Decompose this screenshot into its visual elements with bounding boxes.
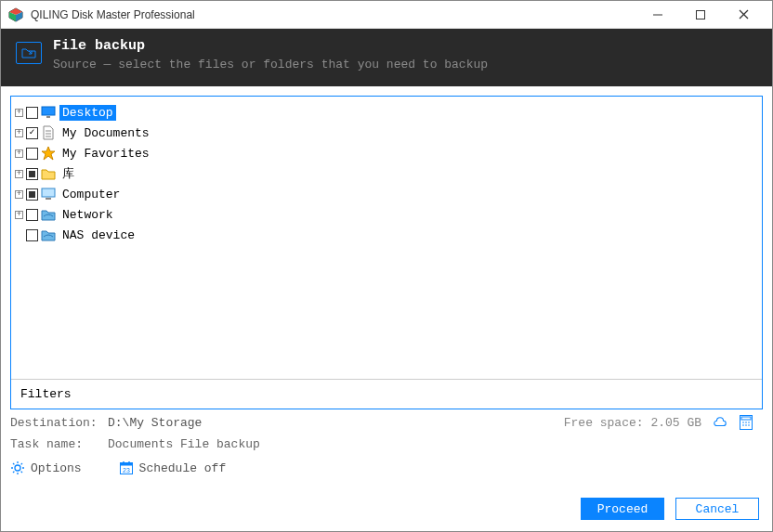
- tree-item-label[interactable]: My Favorites: [59, 146, 152, 162]
- svg-rect-8: [42, 107, 55, 115]
- cloud-destination-icon[interactable]: [713, 415, 727, 430]
- cancel-button[interactable]: Cancel: [675, 498, 759, 520]
- checkbox-partial-icon[interactable]: [26, 168, 38, 180]
- svg-point-18: [742, 422, 744, 423]
- tree-row[interactable]: +Network: [15, 204, 758, 225]
- schedule-label: Schedule off: [139, 461, 227, 475]
- source-tree: +Desktop+✓My Documents+My Favorites+库+Co…: [10, 96, 763, 409]
- net-icon: [41, 207, 56, 222]
- expander-icon[interactable]: +: [15, 170, 23, 178]
- tree-row[interactable]: +My Favorites: [15, 143, 758, 163]
- svg-rect-14: [42, 188, 55, 197]
- tree-area[interactable]: +Desktop+✓My Documents+My Favorites+库+Co…: [11, 97, 762, 379]
- tree-row[interactable]: +✓My Documents: [15, 123, 758, 143]
- checkbox-unchecked-icon[interactable]: [26, 107, 38, 119]
- checkbox-checked-icon[interactable]: ✓: [26, 127, 38, 139]
- net-icon: [41, 227, 56, 242]
- task-name-row: Task name: Documents File backup: [10, 432, 763, 453]
- page-header: File backup Source — select the files or…: [1, 29, 772, 86]
- svg-point-21: [742, 424, 744, 426]
- calculator-icon[interactable]: [739, 415, 753, 430]
- svg-rect-26: [120, 463, 132, 466]
- page-title: File backup: [53, 38, 488, 54]
- minimize-button[interactable]: [636, 1, 679, 29]
- options-row: Options 23 Schedule off: [10, 453, 763, 481]
- cancel-label: Cancel: [696, 502, 740, 516]
- tree-item-label[interactable]: Computer: [59, 187, 123, 202]
- svg-rect-9: [46, 116, 50, 118]
- svg-point-24: [15, 465, 20, 471]
- svg-marker-13: [42, 147, 55, 160]
- app-logo-icon: [8, 7, 23, 22]
- expander-icon[interactable]: +: [15, 129, 23, 137]
- destination-label: Destination:: [10, 416, 108, 430]
- window-controls: [636, 1, 765, 29]
- svg-rect-15: [46, 198, 51, 200]
- options-button[interactable]: Options: [10, 461, 82, 475]
- page-subtitle: Source — select the files or folders tha…: [53, 58, 488, 71]
- svg-rect-5: [697, 10, 705, 19]
- tree-item-label[interactable]: Network: [59, 207, 116, 223]
- expander-icon[interactable]: +: [15, 190, 23, 199]
- title-bar: QILING Disk Master Professional: [1, 1, 772, 29]
- svg-point-20: [748, 422, 750, 423]
- expander-spacer: [15, 231, 23, 240]
- svg-text:23: 23: [123, 467, 130, 474]
- proceed-label: Proceed: [597, 502, 649, 516]
- destination-row: Destination: D:\My Storage Free space: 2…: [10, 409, 763, 432]
- destination-value[interactable]: D:\My Storage: [108, 416, 202, 430]
- tree-item-label[interactable]: 库: [59, 164, 77, 183]
- checkbox-unchecked-icon[interactable]: [26, 209, 38, 221]
- tree-row[interactable]: +库: [15, 163, 758, 184]
- task-name-value[interactable]: Documents File backup: [108, 437, 260, 451]
- options-label: Options: [31, 461, 82, 475]
- checkbox-unchecked-icon[interactable]: [26, 229, 38, 241]
- star-icon: [41, 146, 56, 161]
- tree-row[interactable]: +Desktop: [15, 102, 758, 123]
- svg-point-23: [748, 424, 750, 426]
- filters-label: Filters: [20, 387, 72, 401]
- svg-rect-17: [741, 417, 751, 420]
- svg-point-22: [745, 424, 747, 426]
- tree-item-label[interactable]: Desktop: [59, 105, 116, 121]
- proceed-button[interactable]: Proceed: [581, 498, 664, 520]
- button-row: Proceed Cancel: [1, 490, 772, 531]
- maximize-button[interactable]: [679, 1, 722, 29]
- tree-row[interactable]: NAS device: [15, 225, 758, 245]
- file-backup-icon: [16, 42, 42, 64]
- gear-icon: [10, 461, 25, 475]
- expander-icon[interactable]: +: [15, 211, 23, 219]
- svg-point-19: [745, 422, 747, 423]
- computer-icon: [41, 187, 56, 201]
- task-name-label: Task name:: [10, 437, 108, 451]
- doc-icon: [41, 125, 56, 140]
- expander-icon[interactable]: +: [15, 149, 23, 158]
- content-area: +Desktop+✓My Documents+My Favorites+库+Co…: [1, 86, 772, 490]
- tree-item-label[interactable]: NAS device: [59, 227, 138, 243]
- calendar-icon: 23: [119, 461, 134, 475]
- close-button[interactable]: [722, 1, 765, 29]
- tree-item-label[interactable]: My Documents: [59, 125, 152, 141]
- expander-icon[interactable]: +: [15, 109, 23, 117]
- folder-icon: [41, 166, 56, 181]
- checkbox-unchecked-icon[interactable]: [26, 148, 38, 160]
- filters-button[interactable]: Filters: [11, 379, 762, 409]
- tree-row[interactable]: +Computer: [15, 184, 758, 204]
- window-title: QILING Disk Master Professional: [31, 8, 636, 21]
- free-space-label: Free space: 2.05 GB: [564, 416, 701, 430]
- schedule-button[interactable]: 23 Schedule off: [119, 461, 227, 475]
- desktop-icon: [41, 105, 56, 120]
- checkbox-partial-icon[interactable]: [26, 188, 38, 201]
